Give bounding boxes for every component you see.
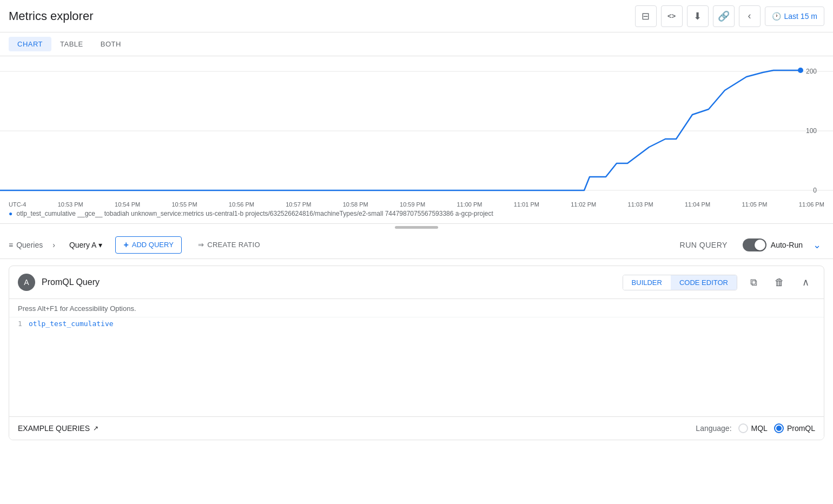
language-label: Language: — [696, 424, 731, 433]
tab-table[interactable]: TABLE — [51, 37, 92, 51]
create-ratio-label: CREATE RATIO — [207, 241, 260, 249]
chart-svg: 200 100 0 — [0, 61, 833, 201]
clock-icon: 🕐 — [772, 12, 781, 21]
query-panel-title: PromQL Query — [42, 277, 616, 287]
line-code: otlp_test_cumulative — [29, 320, 114, 328]
plus-icon: + — [123, 240, 128, 250]
auto-run-toggle[interactable] — [743, 238, 766, 251]
x-label-1054: 10:54 PM — [115, 201, 140, 208]
chevron-up-icon: ∧ — [802, 276, 809, 288]
language-selector: Language: MQL PromQL — [696, 423, 815, 433]
query-selector[interactable]: Query A ▾ — [65, 238, 107, 251]
mql-radio-circle — [738, 423, 748, 433]
legend-dot: ● — [9, 210, 12, 217]
delete-button[interactable]: 🗑 — [770, 273, 789, 292]
link-icon-button[interactable]: 🔗 — [713, 5, 735, 27]
toolbar-right: RUN QUERY Auto-Run ⌄ — [671, 237, 824, 253]
trash-icon: 🗑 — [775, 277, 784, 288]
code-editor-area[interactable]: Press Alt+F1 for Accessibility Options. … — [9, 299, 824, 416]
editor-empty-area[interactable] — [9, 330, 824, 416]
chart-area: 200 100 0 UTC-4 10:53 PM 10:54 PM 10:55 … — [0, 56, 833, 224]
download-icon-button[interactable]: ⬇ — [687, 5, 709, 27]
add-query-button[interactable]: + ADD QUERY — [115, 236, 181, 254]
query-footer: EXAMPLE QUERIES ↗ Language: MQL PromQL — [9, 416, 824, 440]
menu-icon: ≡ — [9, 241, 13, 249]
create-ratio-button[interactable]: ⇒ CREATE RATIO — [190, 237, 268, 252]
chevron-left-icon: ‹ — [748, 10, 751, 22]
legend-text: otlp_test_cumulative __gce__ tobadiah un… — [17, 210, 493, 217]
toggle-knob — [755, 240, 765, 250]
editor-hint: Press Alt+F1 for Accessibility Options. — [9, 299, 824, 317]
scroll-bar-area — [0, 224, 833, 231]
query-avatar: A — [18, 274, 35, 291]
builder-button[interactable]: BUILDER — [623, 275, 671, 290]
promql-radio-circle — [774, 423, 784, 433]
copy-icon: ⧉ — [750, 277, 757, 288]
x-label-1102: 11:02 PM — [571, 201, 596, 208]
mql-radio[interactable]: MQL — [738, 423, 768, 433]
tab-bar: CHART TABLE BOTH — [0, 32, 833, 56]
app-header: Metrics explorer ⊟ <> ⬇ 🔗 ‹ 🕐 Last 15 m — [0, 0, 833, 32]
svg-text:0: 0 — [813, 187, 817, 194]
tab-chart[interactable]: CHART — [9, 37, 51, 51]
code-line-1: 1 otlp_test_cumulative — [9, 317, 824, 330]
auto-run-toggle-wrap: Auto-Run — [743, 238, 803, 251]
chevron-down-icon: ▾ — [98, 241, 102, 249]
queries-menu[interactable]: ≡ Queries — [9, 241, 43, 249]
page-title: Metrics explorer — [9, 9, 93, 23]
example-queries-link[interactable]: EXAMPLE QUERIES ↗ — [18, 424, 98, 433]
chevron-down-icon: ⌄ — [813, 239, 821, 251]
code-icon-button[interactable]: <> — [661, 5, 683, 27]
x-label-1059: 10:59 PM — [400, 201, 425, 208]
x-label-1104: 11:04 PM — [685, 201, 710, 208]
code-editor-button[interactable]: CODE EDITOR — [671, 275, 737, 290]
auto-run-label: Auto-Run — [771, 241, 803, 249]
mql-radio-label: MQL — [751, 424, 768, 433]
collapse-button[interactable]: ⌄ — [809, 237, 824, 253]
editor-toggle: BUILDER CODE EDITOR — [623, 275, 737, 290]
svg-text:200: 200 — [806, 68, 817, 75]
save-icon-button[interactable]: ⊟ — [635, 5, 657, 27]
svg-text:100: 100 — [806, 127, 817, 135]
x-label-1055: 10:55 PM — [171, 201, 197, 208]
line-number: 1 — [18, 320, 29, 328]
x-label-1057: 10:57 PM — [286, 201, 311, 208]
add-query-label: ADD QUERY — [132, 241, 174, 249]
example-queries-label: EXAMPLE QUERIES — [18, 424, 90, 433]
external-link-icon: ↗ — [93, 425, 98, 432]
svg-point-6 — [798, 68, 803, 73]
promql-radio-inner — [776, 426, 782, 431]
arrows-icon: ⇒ — [198, 241, 204, 249]
x-label-1101: 11:01 PM — [514, 201, 539, 208]
query-name: Query A — [69, 241, 97, 249]
code-icon: <> — [667, 12, 676, 20]
expand-collapse-button[interactable]: ∧ — [796, 273, 815, 292]
promql-radio[interactable]: PromQL — [774, 423, 815, 433]
x-label-1058: 10:58 PM — [343, 201, 368, 208]
run-query-label: RUN QUERY — [680, 241, 728, 249]
x-label-1105: 11:05 PM — [742, 201, 767, 208]
time-range-label: Last 15 m — [784, 12, 817, 21]
header-actions: ⊟ <> ⬇ 🔗 ‹ 🕐 Last 15 m — [635, 5, 824, 27]
query-panel-header: A PromQL Query BUILDER CODE EDITOR ⧉ 🗑 ∧ — [9, 266, 824, 299]
breadcrumb-separator: › — [52, 241, 55, 249]
x-label-1053: 10:53 PM — [58, 201, 83, 208]
x-label-1056: 10:56 PM — [229, 201, 254, 208]
queries-label-text: Queries — [16, 241, 43, 249]
link-icon: 🔗 — [718, 10, 730, 22]
scroll-thumb[interactable] — [395, 226, 438, 229]
run-query-button[interactable]: RUN QUERY — [671, 237, 736, 253]
chart-legend: ● otlp_test_cumulative __gce__ tobadiah … — [0, 208, 833, 220]
query-toolbar: ≡ Queries › Query A ▾ + ADD QUERY ⇒ CREA… — [0, 231, 833, 259]
save-icon: ⊟ — [642, 10, 650, 22]
tab-both[interactable]: BOTH — [92, 37, 130, 51]
query-panel: A PromQL Query BUILDER CODE EDITOR ⧉ 🗑 ∧… — [9, 266, 824, 440]
chart-x-labels: UTC-4 10:53 PM 10:54 PM 10:55 PM 10:56 P… — [0, 201, 833, 208]
copy-button[interactable]: ⧉ — [744, 273, 763, 292]
x-label-1100: 11:00 PM — [457, 201, 482, 208]
x-label-1106: 11:06 PM — [799, 201, 824, 208]
download-icon: ⬇ — [693, 10, 702, 22]
time-range-button[interactable]: 🕐 Last 15 m — [765, 6, 824, 26]
promql-radio-label: PromQL — [787, 424, 815, 433]
back-button[interactable]: ‹ — [739, 5, 761, 27]
